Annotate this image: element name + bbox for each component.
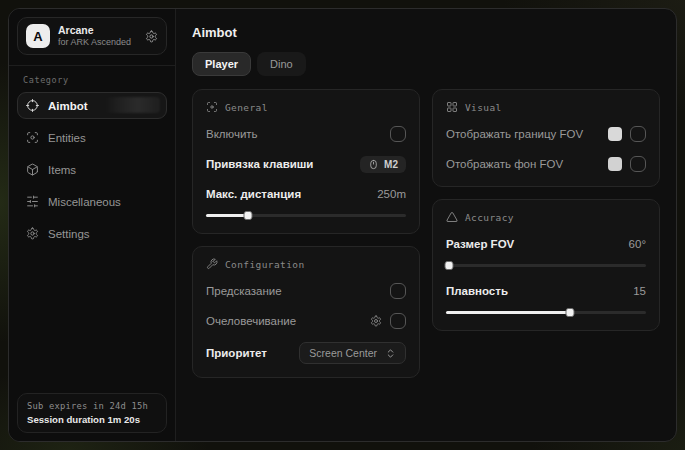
fov-bg-color-swatch[interactable]	[608, 157, 622, 171]
crosshair-icon	[26, 99, 39, 112]
enable-label: Включить	[206, 128, 258, 140]
fov-size-label: Размер FOV	[446, 238, 514, 250]
game-background: A Arcane for ARK Ascended Category Aimbo…	[0, 0, 685, 450]
priority-label: Приоритет	[206, 347, 267, 359]
keybind-row: Привязка клавиши M2	[206, 155, 406, 173]
sidebar-item-aimbot[interactable]: Aimbot	[17, 92, 167, 119]
sidebar-item-label: Items	[48, 164, 76, 176]
sidebar-nav: Aimbot Entities Items	[17, 92, 167, 247]
general-card: General Включить Привязка клавиши	[192, 89, 420, 234]
tab-bar: Player Dino	[192, 52, 660, 76]
fov-border-checkbox[interactable]	[630, 126, 646, 142]
keybind-label: Привязка клавиши	[206, 158, 313, 170]
slider-thumb[interactable]	[244, 211, 253, 220]
scan-dot-icon	[206, 101, 218, 113]
smoothness-slider[interactable]	[446, 307, 646, 317]
sidebar-item-entities[interactable]: Entities	[17, 124, 167, 151]
scan-target-icon	[26, 131, 39, 144]
fov-size-row: Размер FOV 60°	[446, 235, 646, 253]
priority-row: Приоритет Screen Center	[206, 342, 406, 364]
general-card-header: General	[206, 101, 406, 113]
page-title: Aimbot	[192, 25, 660, 40]
fov-border-label: Отображать границу FOV	[446, 128, 583, 140]
brand-text: Arcane for ARK Ascended	[58, 24, 137, 48]
sub-expires-text: Sub expires in 24d 15h	[27, 401, 157, 411]
main-panel: Aimbot Player Dino General	[176, 9, 676, 441]
card-title: Visual	[465, 102, 502, 113]
max-distance-label: Макс. дистанция	[206, 188, 301, 200]
visual-card: Visual Отображать границу FOV Отображать…	[432, 89, 660, 187]
max-distance-row: Макс. дистанция 250m	[206, 185, 406, 203]
fov-bg-label: Отображать фон FOV	[446, 158, 563, 170]
fov-border-row: Отображать границу FOV	[446, 125, 646, 143]
priority-select[interactable]: Screen Center	[299, 342, 406, 364]
humanize-checkbox[interactable]	[390, 313, 406, 329]
brand-logo: A	[26, 24, 50, 48]
gear-icon	[26, 227, 39, 240]
smoothness-label: Плавность	[446, 285, 508, 297]
sidebar-item-label: Aimbot	[48, 100, 88, 112]
sidebar: A Arcane for ARK Ascended Category Aimbo…	[9, 9, 176, 441]
wrench-icon	[206, 258, 218, 270]
card-title: General	[225, 102, 268, 113]
brand-title: Arcane	[58, 24, 137, 37]
left-column: General Включить Привязка клавиши	[192, 89, 420, 378]
humanize-gear-icon[interactable]	[370, 315, 382, 327]
max-distance-value: 250m	[377, 188, 406, 200]
fov-border-color-swatch[interactable]	[608, 127, 622, 141]
grid-icon	[446, 101, 458, 113]
prediction-label: Предсказание	[206, 285, 282, 297]
slider-fill	[206, 214, 248, 217]
package-icon	[26, 163, 39, 176]
keybind-value: M2	[384, 159, 398, 170]
sliders-icon	[26, 195, 39, 208]
sidebar-item-label: Entities	[48, 132, 86, 144]
fov-size-value: 60°	[629, 238, 646, 250]
mouse-icon	[368, 159, 379, 170]
visual-card-header: Visual	[446, 101, 646, 113]
triangle-icon	[446, 211, 458, 223]
cards-grid: General Включить Привязка клавиши	[192, 89, 660, 378]
brand-subtitle: for ARK Ascended	[58, 37, 137, 48]
fov-bg-controls	[608, 156, 646, 172]
smoothness-row: Плавность 15	[446, 282, 646, 300]
fov-size-slider[interactable]	[446, 260, 646, 270]
brand-initial: A	[33, 29, 42, 44]
active-item-watermark	[104, 97, 160, 113]
cheat-menu-window: A Arcane for ARK Ascended Category Aimbo…	[8, 8, 677, 442]
keybind-button[interactable]: M2	[360, 156, 406, 173]
humanize-row: Очеловечивание	[206, 312, 406, 330]
slider-fill	[446, 311, 570, 314]
tab-player[interactable]: Player	[192, 52, 251, 76]
slider-track	[446, 264, 646, 267]
card-title: Accuracy	[465, 212, 514, 223]
sidebar-item-label: Miscellaneous	[48, 196, 121, 208]
configuration-card-header: Configuration	[206, 258, 406, 270]
session-duration-text: Session duration 1m 20s	[27, 414, 157, 425]
sidebar-divider	[9, 65, 175, 66]
prediction-checkbox[interactable]	[390, 283, 406, 299]
sidebar-item-items[interactable]: Items	[17, 156, 167, 183]
session-info-card: Sub expires in 24d 15h Session duration …	[17, 393, 167, 433]
fov-bg-row: Отображать фон FOV	[446, 155, 646, 173]
humanize-label: Очеловечивание	[206, 315, 296, 327]
fov-bg-checkbox[interactable]	[630, 156, 646, 172]
slider-thumb[interactable]	[566, 308, 575, 317]
sidebar-item-settings[interactable]: Settings	[17, 220, 167, 247]
slider-thumb[interactable]	[445, 261, 454, 270]
right-column: Visual Отображать границу FOV Отображать…	[432, 89, 660, 331]
sidebar-item-label: Settings	[48, 228, 90, 240]
brand-gear-icon[interactable]	[145, 30, 158, 43]
priority-selected-value: Screen Center	[309, 347, 377, 359]
accuracy-card: Accuracy Размер FOV 60° Плавность	[432, 199, 660, 331]
smoothness-value: 15	[633, 285, 646, 297]
tab-dino[interactable]: Dino	[257, 52, 306, 76]
max-distance-slider[interactable]	[206, 210, 406, 220]
fov-border-controls	[608, 126, 646, 142]
accuracy-card-header: Accuracy	[446, 211, 646, 223]
enable-checkbox[interactable]	[390, 126, 406, 142]
enable-row: Включить	[206, 125, 406, 143]
chevrons-up-down-icon	[385, 348, 396, 359]
brand-card: A Arcane for ARK Ascended	[17, 17, 167, 55]
sidebar-item-miscellaneous[interactable]: Miscellaneous	[17, 188, 167, 215]
